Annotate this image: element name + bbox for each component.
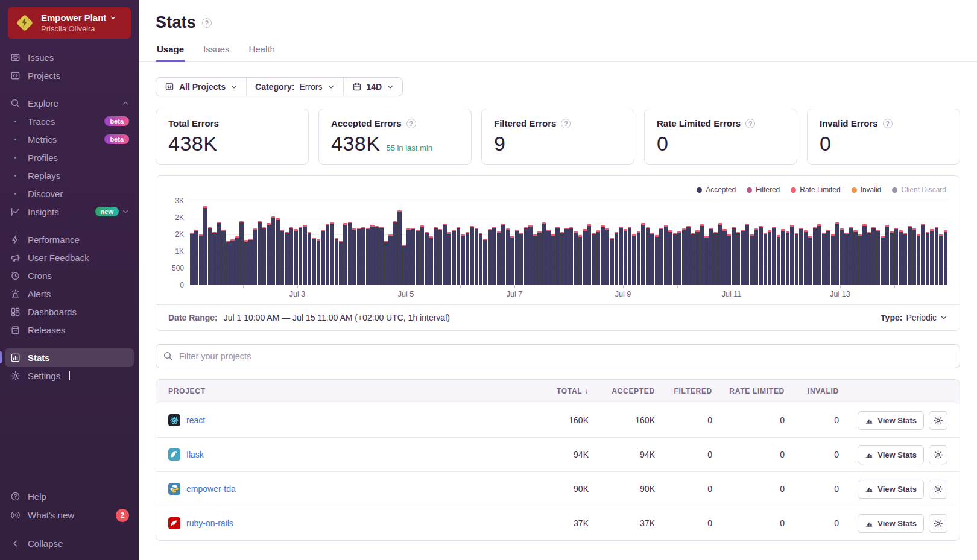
project-link[interactable]: ruby-on-rails [186, 518, 233, 528]
sidebar-item-performance[interactable]: Performance [5, 230, 134, 248]
chevron-down-icon [387, 83, 394, 90]
card-title: Rate Limited Errors [657, 118, 741, 128]
sidebar-item-collapse[interactable]: Collapse [5, 534, 134, 553]
project-link[interactable]: react [186, 415, 205, 425]
sidebar-item-what-s-new[interactable]: What's new2 [5, 506, 134, 524]
score-card-accepted-errors: Accepted Errors?438K55 in last min [318, 109, 472, 165]
sidebar-item-explore[interactable]: Explore [5, 94, 134, 112]
column-header-project[interactable]: PROJECT [168, 387, 525, 395]
sidebar-item-help[interactable]: Help [5, 487, 134, 506]
chart-bar [524, 227, 528, 285]
sidebar-item-traces[interactable]: Tracesbeta [5, 112, 134, 130]
column-header-rate-limited[interactable]: RATE LIMITED [712, 387, 785, 395]
chart-bar [664, 225, 668, 285]
help-icon[interactable]: ? [406, 119, 416, 128]
sidebar-item-profiles[interactable]: Profiles [5, 148, 134, 166]
x-axis-tick [352, 285, 352, 288]
tab-issues[interactable]: Issues [202, 42, 230, 61]
category-filter-dropdown[interactable]: Category: Errors [246, 78, 343, 96]
sidebar-item-discover[interactable]: Discover [5, 184, 134, 203]
column-header-total[interactable]: TOTAL ↓ [525, 387, 589, 395]
chart-bar [420, 225, 424, 285]
chart-bar [425, 232, 428, 285]
sidebar-item-label: Stats [28, 353, 50, 363]
legend-item-rate-limited[interactable]: Rate Limited [791, 186, 840, 194]
legend-item-accepted[interactable]: Accepted [697, 186, 736, 194]
calendar-icon [352, 82, 362, 92]
cell-total: 94K [525, 450, 589, 459]
sidebar-item-insights[interactable]: Insightsnew [5, 203, 134, 221]
sidebar-item-replays[interactable]: Replays [5, 166, 134, 184]
project-link[interactable]: flask [186, 450, 204, 459]
siren-icon [10, 288, 21, 299]
legend-item-client-discard[interactable]: Client Discard [892, 186, 946, 194]
column-header-accepted[interactable]: ACCEPTED [589, 387, 655, 395]
platform-icon-flask [168, 448, 180, 461]
tab-usage[interactable]: Usage [156, 42, 185, 61]
project-filter-dropdown[interactable]: All Projects [156, 78, 246, 96]
sidebar-item-issues[interactable]: Issues [5, 48, 134, 66]
sidebar-item-metrics[interactable]: Metricsbeta [5, 130, 134, 148]
date-range-dropdown[interactable]: 14D [343, 78, 403, 96]
sidebar-item-crons[interactable]: Crons [5, 266, 134, 285]
chart-bar [727, 234, 731, 285]
page-help-icon[interactable]: ? [202, 18, 212, 28]
chart-bar [781, 229, 785, 285]
sidebar-item-label: Crons [28, 271, 52, 281]
sidebar-item-settings[interactable]: Settings [5, 367, 134, 385]
view-stats-button[interactable]: View Stats [858, 411, 924, 430]
column-header-filtered[interactable]: FILTERED [655, 387, 712, 395]
card-value: 438K [331, 133, 380, 154]
sidebar-item-label: Issues [28, 52, 54, 63]
view-stats-button[interactable]: View Stats [858, 480, 924, 499]
sidebar-item-dashboards[interactable]: Dashboards [5, 303, 134, 321]
search-input[interactable] [156, 344, 960, 368]
project-settings-button[interactable] [929, 514, 947, 533]
chart-bar [208, 227, 212, 285]
legend-item-invalid[interactable]: Invalid [852, 186, 882, 194]
chart-bar [578, 235, 582, 285]
sidebar-item-user-feedback[interactable]: User Feedback [5, 248, 134, 266]
chart-bar [583, 229, 586, 285]
chart-bar [276, 218, 279, 285]
chart-bar [917, 234, 920, 285]
x-axis-tick [786, 285, 786, 288]
sidebar-item-label: User Feedback [28, 253, 89, 263]
chart-bar [885, 225, 889, 285]
x-axis-tick [677, 285, 678, 288]
score-card-filtered-errors: Filtered Errors?9 [481, 109, 634, 165]
cell-invalid: 0 [785, 484, 839, 494]
view-stats-button[interactable]: View Stats [858, 445, 924, 464]
chart-bar [926, 232, 929, 285]
help-icon[interactable]: ? [745, 119, 755, 128]
help-icon[interactable]: ? [561, 119, 571, 128]
project-settings-button[interactable] [929, 445, 947, 464]
legend-dot [892, 187, 897, 193]
sidebar-item-releases[interactable]: Releases [5, 321, 134, 339]
project-settings-button[interactable] [929, 411, 947, 430]
help-icon[interactable]: ? [883, 119, 893, 128]
chart-bar [411, 228, 415, 285]
chart-bar [515, 230, 519, 285]
chart-bar [759, 226, 762, 285]
legend-item-filtered[interactable]: Filtered [747, 186, 780, 194]
sidebar-item-projects[interactable]: Projects [5, 66, 134, 84]
chart-bar [475, 228, 478, 285]
tab-health[interactable]: Health [247, 42, 276, 61]
bullet-icon [10, 139, 21, 140]
sidebar-item-stats[interactable]: Stats [5, 348, 134, 367]
chart-bar [804, 230, 808, 285]
project-link[interactable]: empower-tda [186, 484, 236, 494]
chart-bar [564, 228, 568, 285]
type-dropdown[interactable]: Type: Periodic [881, 313, 947, 322]
chart-bar [624, 229, 627, 285]
chart-bar [862, 224, 866, 285]
cell-total: 90K [525, 484, 589, 494]
sidebar-item-alerts[interactable]: Alerts [5, 285, 134, 303]
chart-bar [212, 232, 216, 285]
chart-bar [466, 232, 469, 285]
org-switcher[interactable]: Empower Plant Priscila Oliveira [8, 7, 131, 39]
project-settings-button[interactable] [929, 480, 947, 499]
column-header-invalid[interactable]: INVALID [785, 387, 839, 395]
view-stats-button[interactable]: View Stats [858, 514, 924, 533]
